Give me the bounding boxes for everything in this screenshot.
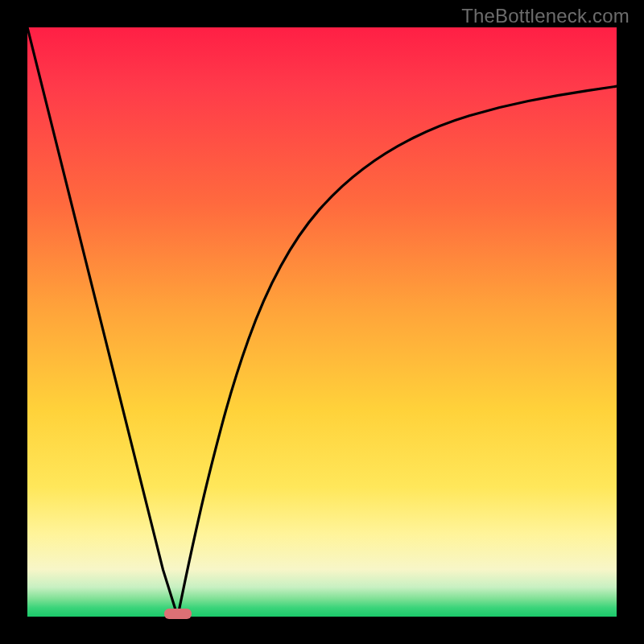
watermark-text: TheBottleneck.com — [461, 5, 630, 27]
bottleneck-curve — [27, 27, 617, 617]
optimum-marker — [164, 609, 192, 619]
plot-area — [27, 27, 617, 617]
chart-frame: TheBottleneck.com — [0, 0, 644, 644]
curve-path — [27, 27, 617, 617]
